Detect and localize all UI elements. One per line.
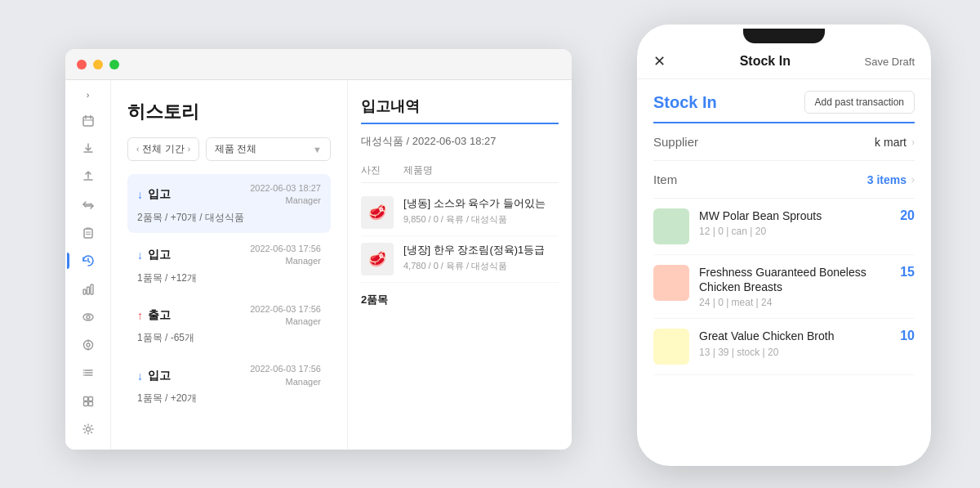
- item-sub: 1품목 / +20개: [137, 392, 321, 405]
- sidebar-icon-settings[interactable]: [74, 417, 103, 441]
- stock-in-icon: ↓: [137, 188, 143, 201]
- item-type-label: 입고: [148, 248, 171, 262]
- item-type-label: 입고: [148, 369, 171, 383]
- history-item[interactable]: ↓ 입고 2022-06-03 17:56 Manager 1품목 / +20개: [127, 355, 331, 414]
- svg-point-26: [86, 427, 90, 431]
- product-thumbnail: 🍗: [653, 265, 689, 301]
- period-filter[interactable]: ‹ 전체 기간 ›: [127, 137, 199, 161]
- window-body: ›: [65, 80, 572, 450]
- chevron-right-icon: ›: [911, 137, 915, 148]
- sidebar-icon-clipboard[interactable]: [74, 221, 103, 245]
- maximize-button[interactable]: [109, 60, 119, 69]
- sidebar-icon-layers[interactable]: [74, 388, 103, 413]
- chevron-right-icon: ›: [911, 174, 915, 186]
- product-item-row[interactable]: 🍗 Freshness Guaranteed Boneless Chicken …: [653, 255, 915, 319]
- product-image: 🥩: [361, 196, 394, 229]
- history-item[interactable]: ↓ 입고 2022-06-03 18:27 Manager 2품목 / +70개…: [127, 174, 331, 233]
- phone-body: Stock In Add past transaction Supplier k…: [637, 79, 931, 447]
- svg-rect-27: [659, 214, 684, 239]
- svg-point-21: [82, 375, 84, 377]
- item-sub: 1품목 / -65개: [137, 331, 321, 345]
- col-photo: 사진: [361, 163, 394, 177]
- svg-rect-7: [83, 289, 86, 294]
- supplier-row[interactable]: Supplier k mart ›: [653, 123, 915, 161]
- history-title: 히스토리: [127, 100, 331, 124]
- supplier-label: Supplier: [653, 135, 698, 149]
- window-titlebar: [65, 49, 572, 80]
- stock-in-title: Stock In: [653, 93, 717, 112]
- close-button[interactable]: ✕: [653, 52, 666, 70]
- period-label: 전체 기간: [142, 142, 184, 156]
- product-image: 🥩: [361, 243, 394, 275]
- item-row[interactable]: Item 3 items ›: [653, 161, 915, 199]
- item-date: 2022-06-03 17:56 Manager: [250, 363, 321, 388]
- sidebar-icon-download[interactable]: [74, 137, 103, 161]
- svg-rect-4: [84, 229, 92, 238]
- product-item-row[interactable]: 🌱 MW Polar Bean Sprouts 12 | 0 | can | 2…: [653, 199, 915, 255]
- detail-footer: 2품목: [361, 293, 559, 307]
- sidebar-icon-upload[interactable]: [74, 164, 103, 189]
- sidebar-icon-history[interactable]: [74, 248, 103, 273]
- add-past-transaction-button[interactable]: Add past transaction: [804, 91, 915, 114]
- product-name: [냉장] 한우 장조림(정육)1등급: [403, 243, 559, 257]
- product-meta: 24 | 0 | meat | 24: [699, 297, 890, 308]
- supplier-value[interactable]: k mart ›: [875, 136, 915, 149]
- dropdown-icon: ▼: [313, 145, 322, 154]
- product-name: [냉동] 소스와 육수가 들어있는: [403, 196, 559, 211]
- product-desc: 4,780 / 0 / 육류 / 대성식품: [403, 260, 559, 272]
- item-value[interactable]: 3 items ›: [867, 173, 915, 186]
- stock-in-section-header: Stock In Add past transaction: [653, 79, 915, 123]
- notch-bar: [743, 29, 825, 43]
- phone-title: Stock In: [740, 54, 791, 69]
- product-thumbnail: 🍵: [653, 329, 689, 365]
- stock-in-icon: ↓: [137, 369, 143, 383]
- sidebar-icon-transfer[interactable]: [74, 193, 103, 217]
- product-qty: 20: [900, 208, 915, 223]
- minimize-button[interactable]: [93, 60, 103, 69]
- item-date: 2022-06-03 17:56 Manager: [250, 243, 321, 268]
- sidebar-expand-icon[interactable]: ›: [80, 88, 96, 102]
- detail-item[interactable]: 🥩 [냉동] 소스와 육수가 들어있는 9,850 / 0 / 육류 / 대성식…: [361, 190, 559, 236]
- item-type-label: 입고: [148, 187, 171, 202]
- sidebar: ›: [65, 80, 111, 450]
- close-button[interactable]: [77, 60, 87, 69]
- svg-point-19: [82, 370, 84, 372]
- svg-rect-9: [91, 284, 93, 294]
- history-item[interactable]: ↓ 입고 2022-06-03 17:56 Manager 1품목 / +12개: [127, 235, 331, 293]
- item-sub: 2품목 / +70개 / 대성식품: [137, 211, 321, 225]
- product-filter[interactable]: 제품 전체 ▼: [206, 137, 331, 161]
- detail-panel: 입고내역 대성식품 / 2022-06-03 18:27 사진 제품명 🥩 [냉…: [348, 80, 572, 450]
- save-draft-button[interactable]: Save Draft: [865, 56, 915, 68]
- product-qty: 15: [900, 265, 915, 280]
- stock-out-icon: ↑: [137, 309, 143, 322]
- stock-in-icon: ↓: [137, 248, 143, 262]
- svg-rect-29: [659, 271, 684, 295]
- sidebar-icon-chart[interactable]: [74, 276, 103, 301]
- item-type-label: 출고: [148, 308, 171, 323]
- svg-point-13: [87, 343, 90, 347]
- phone-notch: [637, 25, 931, 47]
- product-meta: 13 | 39 | stock | 20: [699, 347, 890, 358]
- svg-rect-22: [83, 396, 87, 401]
- sidebar-icon-eye[interactable]: [74, 305, 103, 329]
- product-name: MW Polar Bean Sprouts: [699, 208, 890, 223]
- svg-point-11: [87, 316, 90, 319]
- svg-rect-31: [659, 334, 684, 359]
- product-item-row[interactable]: 🍵 Great Value Chicken Broth 13 | 39 | st…: [653, 319, 915, 375]
- detail-title: 입고내역: [361, 96, 559, 124]
- product-name: Great Value Chicken Broth: [699, 329, 890, 343]
- history-item[interactable]: ↑ 출고 2022-06-03 17:56 Manager 1품목 / -65개: [127, 295, 331, 354]
- svg-rect-0: [83, 117, 93, 126]
- filter-bar: ‹ 전체 기간 › 제품 전체 ▼: [127, 137, 331, 161]
- svg-rect-24: [83, 401, 87, 405]
- sidebar-icon-calendar[interactable]: [74, 109, 103, 133]
- item-label: Item: [653, 172, 677, 186]
- svg-rect-23: [88, 396, 92, 401]
- prev-arrow-icon: ‹: [136, 145, 139, 154]
- svg-point-10: [83, 314, 93, 320]
- sidebar-icon-list[interactable]: [74, 360, 103, 385]
- detail-columns: 사진 제품명: [361, 159, 559, 183]
- sidebar-icon-target[interactable]: [74, 333, 103, 357]
- mobile-phone: ✕ Stock In Save Draft Stock In Add past …: [637, 25, 931, 466]
- detail-item[interactable]: 🥩 [냉장] 한우 장조림(정육)1등급 4,780 / 0 / 육류 / 대성…: [361, 236, 559, 283]
